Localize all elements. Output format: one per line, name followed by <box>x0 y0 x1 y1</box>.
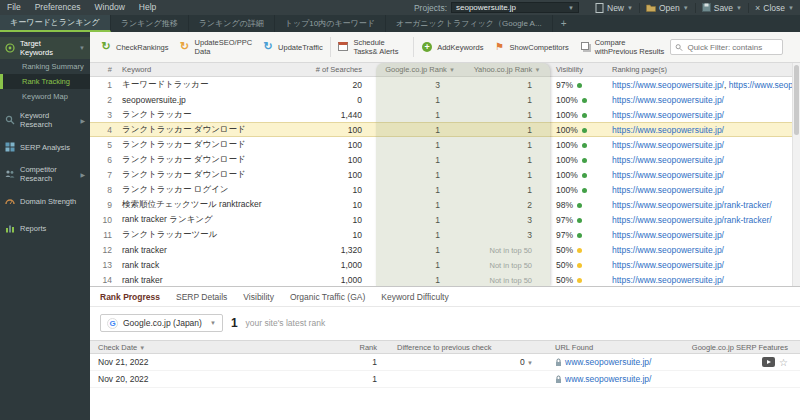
tab-ranking-details[interactable]: ランキングの詳細 <box>189 15 275 32</box>
column-header-visibility[interactable]: Visibility <box>550 65 610 74</box>
url-found-link[interactable]: www.seopowersuite.jp/ <box>565 357 651 367</box>
sort-arrow-icon: ▼ <box>534 67 540 73</box>
column-header-difference[interactable]: Difference to previous check <box>383 343 543 352</box>
table-row[interactable]: 7ランクトラッカー ダウンロード10011100% https://www.se… <box>90 167 792 182</box>
column-header-serp-features[interactable]: Google.co.jp SERP Features <box>670 343 800 352</box>
visibility-cell: 100% <box>550 140 610 150</box>
table-row[interactable]: 14rank traker1,0001Not in top 5050% http… <box>90 272 792 286</box>
ranking-page-link[interactable]: https://www.seopowersuite.jp/ <box>612 260 724 270</box>
chevron-down-icon: ▼ <box>788 5 794 11</box>
ranking-page-link[interactable]: https://www.seopowersuite.jp/rank-tracke… <box>612 200 772 210</box>
sidebar-item-reports[interactable]: Reports <box>0 217 90 239</box>
table-row[interactable]: 11ランクトラッカーツール101397% https://www.seopowe… <box>90 227 792 242</box>
table-row[interactable]: 12rank tracker1,3201Not in top 5050% htt… <box>90 242 792 257</box>
sidebar-item-keyword-map[interactable]: Keyword Map <box>0 89 90 104</box>
table-row[interactable]: 8ランクトラッカー ログイン1011100% https://www.seopo… <box>90 182 792 197</box>
ranking-page-link[interactable]: https://www.seopowersuite.jp/ <box>612 80 724 90</box>
save-button[interactable]: Save▼ <box>696 0 748 15</box>
tab-organic-traffic-ga[interactable]: Organic Traffic (GA) <box>290 292 365 302</box>
tab-keyword-difficulty[interactable]: Keyword Difficulty <box>381 292 448 302</box>
google-rank-cell: 1 <box>376 155 464 165</box>
keyword-cell: ランクトラッカー <box>120 109 292 121</box>
ranking-page-link[interactable]: https://www.seopowersuite.jp/ <box>612 140 724 150</box>
compare-previous-button[interactable]: Compare withPrevious Results <box>574 36 671 58</box>
url-found-link[interactable]: www.seopowersuite.jp/ <box>565 374 651 384</box>
tab-ranking-progress[interactable]: ランキング推移 <box>111 15 189 32</box>
table-row[interactable]: 1キーワードトラッカー203197% https://www.seopowers… <box>90 77 792 92</box>
menu-window[interactable]: Window <box>88 0 132 15</box>
column-header-searches[interactable]: # of Searches <box>292 65 376 74</box>
ranking-pages-cell: https://www.seopowersuite.jp/ <box>610 230 792 240</box>
column-header-check-date[interactable]: Check Date ▼ <box>90 343 328 352</box>
lock-icon <box>555 358 562 367</box>
project-select[interactable]: seopowersuite.jp ▼ <box>451 2 579 13</box>
column-header-google-rank[interactable]: Google.co.jp Rank ▼ <box>376 65 464 74</box>
ranking-page-link[interactable]: https://www.seopowersuite.jp/ <box>612 95 724 105</box>
tab-top10-keywords[interactable]: トップ10内のキーワード <box>275 15 386 32</box>
schedule-tasks-button[interactable]: Schedule Tasks& Alerts <box>332 36 411 58</box>
column-header-yahoo-rank[interactable]: Yahoo.co.jp Rank ▼ <box>464 65 550 74</box>
search-engine-select[interactable]: G Google.co.jp (Japan) ▼ <box>100 314 223 332</box>
sidebar-item-keyword-research[interactable]: Keyword Research ▶ <box>0 109 90 131</box>
update-traffic-button[interactable]: ↻ UpdateTraffic <box>257 38 328 55</box>
show-competitors-button[interactable]: ⚑ ShowCompetitors <box>488 39 573 55</box>
table-row[interactable]: 10rank tracker ランキング101397% https://www.… <box>90 212 792 227</box>
tab-rank-progress[interactable]: Rank Progress <box>100 292 160 302</box>
table-row[interactable]: 2seopowersuite.jp011100% https://www.seo… <box>90 92 792 107</box>
column-header-ranking-pages[interactable]: Ranking page(s) <box>610 65 792 74</box>
table-row[interactable]: 4ランクトラッカー ダウンロード10011100% https://www.se… <box>90 122 792 137</box>
google-rank-cell: 1 <box>376 110 464 120</box>
yahoo-rank-cell: 1 <box>464 170 550 180</box>
column-header-rank[interactable]: Rank <box>328 343 383 352</box>
quick-filter-input[interactable] <box>687 43 778 52</box>
ranking-page-link[interactable]: https://www.seopowersuite.jp/ <box>612 275 724 285</box>
tab-serp-details[interactable]: SERP Details <box>176 292 227 302</box>
refresh-icon: ↻ <box>100 40 112 53</box>
sidebar-item-domain-strength[interactable]: Domain Strength <box>0 190 90 212</box>
sidebar-item-ranking-summary[interactable]: Ranking Summary <box>0 59 90 74</box>
sidebar-item-target-keywords[interactable]: Target Keywords ▼ <box>0 37 90 59</box>
table-row[interactable]: 3ランクトラッカー1,44011100% https://www.seopowe… <box>90 107 792 122</box>
table-row[interactable]: 5ランクトラッカー ダウンロード10011100% https://www.se… <box>90 137 792 152</box>
check-rankings-button[interactable]: ↻ CheckRankings <box>95 38 174 55</box>
sidebar-item-rank-tracking[interactable]: Rank Tracking <box>0 74 90 89</box>
visibility-dot <box>577 218 582 223</box>
add-tab-button[interactable]: + <box>553 15 575 32</box>
row-number: 5 <box>90 140 120 150</box>
sidebar-item-serp-analysis[interactable]: SERP Analysis <box>0 136 90 158</box>
table-row[interactable]: 9検索順位チェックツール ranktracker101298% https://… <box>90 197 792 212</box>
ranking-page-link[interactable]: https://www.seopowersuite.jp/ <box>612 230 724 240</box>
visibility-dot <box>582 98 587 103</box>
column-header-url-found[interactable]: URL Found <box>543 343 670 352</box>
rank-progress-row[interactable]: Nov 20, 20221www.seopowersuite.jp/ <box>90 371 800 388</box>
ranking-page-link[interactable]: https://www.seopowersuite.jp/ <box>612 170 724 180</box>
menu-help[interactable]: Help <box>132 0 163 15</box>
ranking-page-link[interactable]: https://www.seopowersuite.jp/rank-tracke… <box>729 80 792 90</box>
ranking-page-link[interactable]: https://www.seopowersuite.jp/ <box>612 245 724 255</box>
menu-preferences[interactable]: Preferences <box>28 0 88 15</box>
column-header-keyword[interactable]: Keyword <box>120 65 292 74</box>
rank-progress-row[interactable]: Nov 21, 202210 ▼www.seopowersuite.jp/☆ <box>90 354 800 371</box>
ranking-page-link[interactable]: https://www.seopowersuite.jp/ <box>612 155 724 165</box>
sidebar-item-competitor-research[interactable]: Competitor Research ▶ <box>0 163 90 185</box>
menu-file[interactable]: File <box>0 0 28 15</box>
ranking-page-link[interactable]: https://www.seopowersuite.jp/ <box>612 110 724 120</box>
vertical-scrollbar[interactable] <box>792 63 800 286</box>
new-button[interactable]: New▼ <box>589 0 639 15</box>
visibility-cell: 50% <box>550 275 610 285</box>
row-number: 2 <box>90 95 120 105</box>
tab-organic-traffic[interactable]: オーガニックトラフィック（Google A... <box>386 15 553 32</box>
add-keywords-button[interactable]: + AddKeywords <box>416 40 488 54</box>
table-row[interactable]: 13rank track1,0001Not in top 5050% https… <box>90 257 792 272</box>
scrollbar-thumb[interactable] <box>794 65 799 135</box>
column-header-number[interactable]: # <box>90 65 120 74</box>
open-button[interactable]: Open▼ <box>640 0 695 15</box>
close-button[interactable]: × Close▼ <box>749 0 800 15</box>
ranking-page-link[interactable]: https://www.seopowersuite.jp/ <box>612 125 724 135</box>
update-seoppc-button[interactable]: ↻ UpdateSEO/PPC Data <box>174 36 258 58</box>
tab-visibility[interactable]: Visibility <box>243 292 274 302</box>
table-row[interactable]: 6ランクトラッカー ダウンロード10011100% https://www.se… <box>90 152 792 167</box>
tab-keywords-rankings[interactable]: キーワードとランキング <box>0 15 111 32</box>
ranking-page-link[interactable]: https://www.seopowersuite.jp/rank-tracke… <box>612 215 772 225</box>
ranking-page-link[interactable]: https://www.seopowersuite.jp/ <box>612 185 724 195</box>
